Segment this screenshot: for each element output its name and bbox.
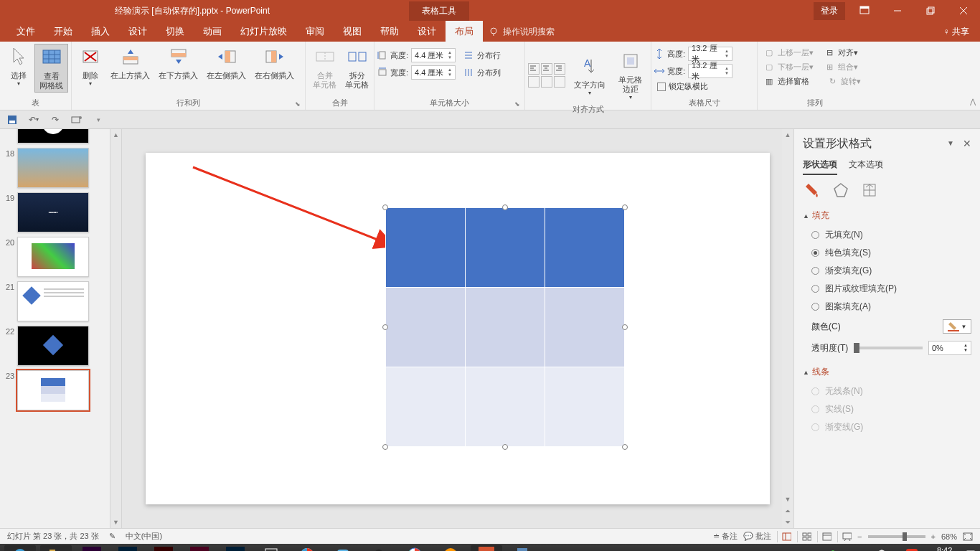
- slide-sorter-button[interactable]: [797, 531, 811, 542]
- insert-left-button[interactable]: 在左侧插入: [202, 44, 250, 82]
- text-direction-button[interactable]: A 文字方向▾: [570, 53, 610, 98]
- cell-height-input[interactable]: 4.4 厘米▲▼: [411, 48, 456, 62]
- shape-options-tab[interactable]: 形状选项: [803, 159, 837, 175]
- fill-color-picker[interactable]: ▼: [943, 319, 971, 334]
- tab-review[interactable]: 审阅: [296, 21, 334, 42]
- comments-button[interactable]: 💬 批注: [743, 531, 771, 542]
- fill-line-tab[interactable]: [803, 181, 821, 199]
- taskbar-app-illustrator[interactable]: Ai: [148, 545, 179, 551]
- taskbar-app-lightroom[interactable]: Lr: [220, 545, 251, 551]
- fill-section-header[interactable]: ▲填充: [803, 209, 971, 222]
- tab-design[interactable]: 设计: [119, 21, 156, 42]
- insert-below-button[interactable]: 在下方插入: [154, 44, 202, 82]
- login-button[interactable]: 登录: [814, 2, 845, 20]
- redo-button[interactable]: ↷: [49, 113, 62, 126]
- next-slide-icon[interactable]: ⏷: [782, 517, 793, 528]
- tab-insert[interactable]: 插入: [82, 21, 119, 42]
- taskbar-app-photoshop[interactable]: Ps: [112, 545, 143, 551]
- align-bottom-button[interactable]: [554, 76, 565, 88]
- thumbnails-scrollbar[interactable]: ▲ ▼: [110, 129, 122, 528]
- thumbnail-20[interactable]: 20: [0, 235, 110, 278]
- save-button[interactable]: [6, 113, 19, 126]
- align-objects-button[interactable]: ⊟对齐 ▾: [821, 45, 861, 60]
- taskbar-app-6[interactable]: [255, 545, 287, 551]
- align-left-button[interactable]: [528, 63, 540, 75]
- rotate-button[interactable]: ↻旋转 ▾: [824, 74, 864, 88]
- slide-counter[interactable]: 幻灯片 第 23 张，共 23 张: [7, 531, 99, 542]
- effects-tab[interactable]: [831, 181, 850, 199]
- thumbnail-17[interactable]: [0, 129, 110, 145]
- restore-button[interactable]: [914, 0, 947, 22]
- pane-options-button[interactable]: ▼: [947, 139, 954, 147]
- zoom-slider[interactable]: [868, 535, 925, 538]
- tell-me-search[interactable]: 操作说明搜索: [489, 26, 555, 38]
- slide-thumbnails-panel[interactable]: 18 19▪▪▪▪▪▪ 20 21 22 23: [0, 129, 110, 528]
- language-indicator[interactable]: 中文(中国): [126, 531, 162, 542]
- close-pane-button[interactable]: ✕: [963, 138, 971, 149]
- align-right-button[interactable]: [554, 63, 565, 75]
- gradient-fill-radio[interactable]: 渐变填充(G): [803, 262, 971, 280]
- minimize-button[interactable]: [881, 0, 914, 22]
- split-cells-button[interactable]: 拆分 单元格: [341, 44, 373, 91]
- zoom-level[interactable]: 68%: [941, 532, 957, 541]
- text-options-tab[interactable]: 文本选项: [849, 159, 883, 175]
- no-fill-radio[interactable]: 无填充(N): [803, 226, 971, 244]
- taskbar-app-browser[interactable]: [4, 545, 36, 551]
- cell-margins-button[interactable]: 单元格 边距▾: [614, 48, 646, 103]
- qat-customize-button[interactable]: ▾: [92, 113, 105, 126]
- thumbnail-18[interactable]: 18: [0, 146, 110, 189]
- align-top-button[interactable]: [528, 76, 540, 88]
- table-width-input[interactable]: 13.2 厘米▲▼: [688, 64, 732, 78]
- pattern-fill-radio[interactable]: 图案填充(A): [803, 298, 971, 316]
- ribbon-display-options-button[interactable]: [848, 0, 881, 22]
- taskbar-app-qq[interactable]: [363, 545, 395, 551]
- merge-cells-button[interactable]: 合并 单元格: [308, 44, 341, 91]
- prev-slide-icon[interactable]: ⏶: [782, 505, 793, 517]
- table-height-input[interactable]: 13.2 厘米▲▼: [688, 47, 732, 61]
- size-properties-tab[interactable]: [860, 181, 879, 199]
- normal-view-button[interactable]: [777, 531, 791, 542]
- thumbnail-23[interactable]: 23: [0, 369, 110, 412]
- selection-pane-button[interactable]: ▥选择窗格: [760, 74, 812, 88]
- slideshow-button[interactable]: [837, 531, 852, 542]
- view-gridlines-button[interactable]: 查看 网格线: [34, 44, 68, 93]
- close-button[interactable]: [947, 0, 980, 22]
- line-section-header[interactable]: ▲线条: [803, 366, 971, 378]
- tab-slideshow[interactable]: 幻灯片放映: [231, 21, 296, 42]
- reading-view-button[interactable]: [817, 531, 831, 542]
- dialog-launcher-icon[interactable]: ⬊: [514, 100, 520, 108]
- share-button[interactable]: ♀ 共享: [943, 26, 969, 38]
- bring-forward-button[interactable]: ▢上移一层 ▾: [760, 45, 816, 60]
- selected-table[interactable]: [385, 207, 625, 447]
- taskbar-app-8[interactable]: [327, 545, 359, 551]
- taskbar-app-firefox[interactable]: [435, 545, 466, 551]
- taskbar-app-7[interactable]: [291, 545, 323, 551]
- thumbnail-19[interactable]: 19▪▪▪▪▪▪: [0, 191, 110, 234]
- scroll-up-icon[interactable]: ▲: [110, 129, 121, 141]
- slide-canvas[interactable]: [146, 153, 770, 504]
- insert-above-button[interactable]: 在上方插入: [106, 44, 154, 82]
- tab-table-layout[interactable]: 布局: [446, 21, 483, 42]
- taskbar-app-chrome[interactable]: [399, 545, 430, 551]
- tab-animations[interactable]: 动画: [194, 21, 231, 42]
- notes-button[interactable]: ≐ 备注: [713, 531, 738, 542]
- tab-table-design[interactable]: 设计: [408, 21, 446, 42]
- tab-help[interactable]: 帮助: [371, 21, 408, 42]
- taskbar-app-premiere[interactable]: Pr: [76, 545, 108, 551]
- delete-button[interactable]: 删除▾: [75, 44, 106, 89]
- align-center-button[interactable]: [541, 63, 552, 75]
- taskbar-clock[interactable]: 8:42 2020/4/4: [929, 546, 960, 551]
- insert-right-button[interactable]: 在右侧插入: [250, 44, 298, 82]
- tab-view[interactable]: 视图: [334, 21, 371, 42]
- transparency-input[interactable]: 0%▲▼: [928, 341, 971, 355]
- taskbar-app-notepad[interactable]: [507, 545, 538, 551]
- start-from-beginning-button[interactable]: [70, 113, 83, 126]
- picture-fill-radio[interactable]: 图片或纹理填充(P): [803, 280, 971, 298]
- solid-fill-radio[interactable]: 纯色填充(S): [803, 244, 971, 262]
- thumbnail-21[interactable]: 21: [0, 280, 110, 323]
- undo-button[interactable]: ↶ ▾: [27, 113, 40, 126]
- scroll-up-icon[interactable]: ▲: [782, 129, 793, 141]
- scroll-down-icon[interactable]: ▼: [110, 517, 121, 528]
- taskbar-app-powerpoint[interactable]: P: [471, 545, 502, 551]
- canvas-scrollbar[interactable]: ▲ ▼ ⏶ ⏷: [782, 129, 793, 528]
